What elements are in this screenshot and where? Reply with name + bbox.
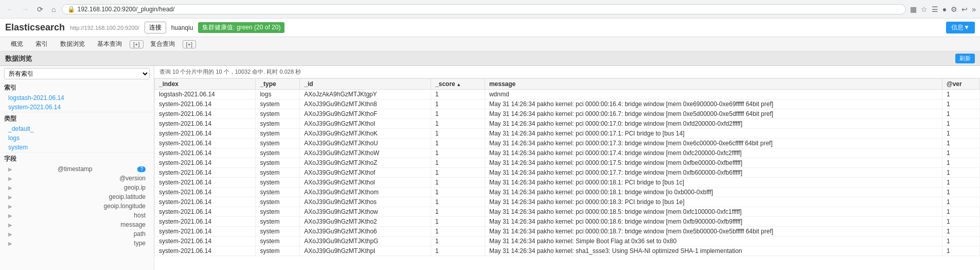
- table-cell-_index: logstash-2021.06.14: [155, 90, 256, 99]
- nav-tabs: 概览 索引 数据浏览 基本查询 [+] 复合查询 [+]: [0, 37, 980, 52]
- table-cell-_type: system: [256, 168, 300, 178]
- table-cell-_type: system: [256, 207, 300, 217]
- url-text: 192.168.100.20:9200/_plugin/head/: [77, 6, 174, 13]
- table-cell-at-ver: 1: [942, 90, 979, 99]
- col-header-score[interactable]: _score: [431, 79, 485, 90]
- table-cell-message: May 31 14:26:34 pakho kernel: pci 0000:0…: [485, 99, 942, 109]
- connect-button[interactable]: 连接: [145, 22, 166, 33]
- table-cell-_index: system-2021.06.14: [155, 168, 256, 178]
- sidebar-item-type-logs[interactable]: logs: [0, 133, 154, 143]
- field-arrow-geoip-lon: ▶: [8, 204, 12, 209]
- forward-button[interactable]: →: [20, 4, 31, 14]
- table-cell-_id: AXoJ39Gu9hGzMTJKthoU: [300, 139, 431, 148]
- table-cell-_index: system-2021.06.14: [155, 158, 256, 168]
- user-label: huanqiu: [171, 24, 193, 31]
- settings-icon: ⚙: [951, 5, 957, 13]
- table-cell-at-ver: 1: [942, 129, 979, 139]
- table-cell-_index: system-2021.06.14: [155, 148, 256, 158]
- tab-index[interactable]: 索引: [30, 38, 54, 50]
- field-label-timestamp: @timestamp: [58, 165, 93, 173]
- table-cell-_score: 1: [431, 158, 485, 168]
- col-header-message[interactable]: message: [485, 79, 942, 90]
- sidebar-field-path[interactable]: ▶ path: [0, 229, 154, 239]
- table-cell-at-ver: 1: [942, 139, 979, 148]
- field-label-path: path: [134, 230, 146, 238]
- index-select[interactable]: 所有索引: [4, 68, 150, 79]
- info-button[interactable]: 信息▼: [946, 22, 975, 33]
- refresh-button[interactable]: 刷新: [955, 54, 975, 63]
- sidebar-index-group-title: 索引: [0, 81, 154, 93]
- field-arrow-timestamp: ▶: [8, 166, 12, 172]
- sidebar-field-timestamp[interactable]: ▶ @timestamp ?: [0, 164, 154, 174]
- sidebar-type-group-title: 类型: [0, 112, 154, 124]
- tab-data-browser[interactable]: 数据浏览: [55, 38, 91, 50]
- table-cell-_score: 1: [431, 188, 485, 197]
- table-row: system-2021.06.14systemAXoJ39Gu9hGzMTJKt…: [155, 178, 980, 188]
- table-cell-message: May 31 14:26:34 pakho kernel: pci 0000:0…: [485, 129, 942, 139]
- field-arrow-host: ▶: [8, 213, 12, 218]
- table-cell-message: May 31 14:26:34 pakho kernel: pci 0000:0…: [485, 207, 942, 217]
- sidebar-field-type[interactable]: ▶ type: [0, 239, 154, 248]
- col-header-ver[interactable]: @ver: [942, 79, 979, 90]
- table-cell-message: May 31 14:26:34 pakho kernel: pci 0000:0…: [485, 139, 942, 148]
- tab-complex-query[interactable]: 复合查询: [145, 38, 181, 50]
- table-cell-at-ver: 1: [942, 237, 979, 246]
- table-cell-at-ver: 1: [942, 227, 979, 237]
- sidebar: 所有索引 索引 logstash-2021.06.14 system-2021.…: [0, 66, 154, 270]
- sidebar-field-geoip-ip[interactable]: ▶ geoip.ip: [0, 183, 154, 192]
- table-cell-_index: system-2021.06.14: [155, 99, 256, 109]
- index-select-section: 所有索引: [0, 66, 154, 81]
- sidebar-field-version[interactable]: ▶ @version: [0, 174, 154, 183]
- security-icon: 🔒: [67, 6, 75, 13]
- sidebar-item-type-default[interactable]: _default_: [0, 124, 154, 133]
- table-cell-at-ver: 1: [942, 178, 979, 188]
- table-cell-_index: system-2021.06.14: [155, 246, 256, 256]
- app-header: Elasticsearch http://192.168.100.20:9200…: [0, 19, 980, 37]
- col-header-index[interactable]: _index: [155, 79, 256, 90]
- home-button[interactable]: ⌂: [49, 4, 58, 14]
- table-cell-_score: 1: [431, 227, 485, 237]
- section-title-bar: 数据浏览 刷新: [0, 52, 980, 66]
- table-cell-_score: 1: [431, 139, 485, 148]
- sidebar-field-host[interactable]: ▶ host: [0, 211, 154, 220]
- table-cell-_score: 1: [431, 246, 485, 256]
- table-cell-_score: 1: [431, 119, 485, 129]
- table-cell-_index: system-2021.06.14: [155, 227, 256, 237]
- table-cell-message: May 31 14:26:34 pakho kernel: pci 0000:0…: [485, 119, 942, 129]
- table-cell-_type: system: [256, 139, 300, 148]
- tab-overview[interactable]: 概览: [5, 38, 29, 50]
- sidebar-field-geoip-lon[interactable]: ▶ geoip.longitude: [0, 201, 154, 211]
- sidebar-item-system[interactable]: system-2021.06.14: [0, 103, 154, 112]
- tab-basic-query[interactable]: 基本查询: [92, 38, 128, 50]
- table-cell-_index: system-2021.06.14: [155, 178, 256, 188]
- browser-icons: ▦ ☆ ☰ ● ⚙ ↩ »: [910, 5, 976, 13]
- more-icon: »: [972, 5, 976, 13]
- sidebar-item-logstash[interactable]: logstash-2021.06.14: [0, 93, 154, 103]
- basic-query-add-button[interactable]: [+]: [130, 40, 144, 48]
- table-cell-_type: system: [256, 109, 300, 119]
- extensions-icon: ▦: [910, 5, 917, 13]
- sidebar-field-geoip-lat[interactable]: ▶ geoip.latitude: [0, 192, 154, 201]
- browser-bar: ← → ⟳ ⌂ 🔒 192.168.100.20:9200/_plugin/he…: [0, 0, 980, 19]
- field-label-type: type: [134, 240, 146, 247]
- table-cell-_score: 1: [431, 207, 485, 217]
- col-header-type[interactable]: _type: [256, 79, 300, 90]
- data-table: _index _type _id _score message @ver log…: [154, 78, 980, 256]
- sidebar-field-message[interactable]: ▶ message: [0, 220, 154, 229]
- field-label-geoip-lon: geoip.longitude: [104, 202, 146, 210]
- col-header-id[interactable]: _id: [300, 79, 431, 90]
- table-cell-at-ver: 1: [942, 246, 979, 256]
- table-cell-_type: system: [256, 197, 300, 207]
- reload-button[interactable]: ⟳: [35, 4, 45, 14]
- complex-query-add-button[interactable]: [+]: [183, 40, 197, 48]
- table-cell-_type: system: [256, 178, 300, 188]
- table-cell-_index: system-2021.06.14: [155, 139, 256, 148]
- sidebar-item-type-system[interactable]: system: [0, 143, 154, 152]
- table-cell-at-ver: 1: [942, 168, 979, 178]
- table-cell-at-ver: 1: [942, 109, 979, 119]
- table-cell-message: May 31 14:26:34 pakho kernel: pci 0000:0…: [485, 109, 942, 119]
- field-label-version: @version: [119, 175, 146, 182]
- table-cell-_index: system-2021.06.14: [155, 129, 256, 139]
- table-cell-_index: system-2021.06.14: [155, 217, 256, 227]
- back-button[interactable]: ←: [4, 4, 15, 14]
